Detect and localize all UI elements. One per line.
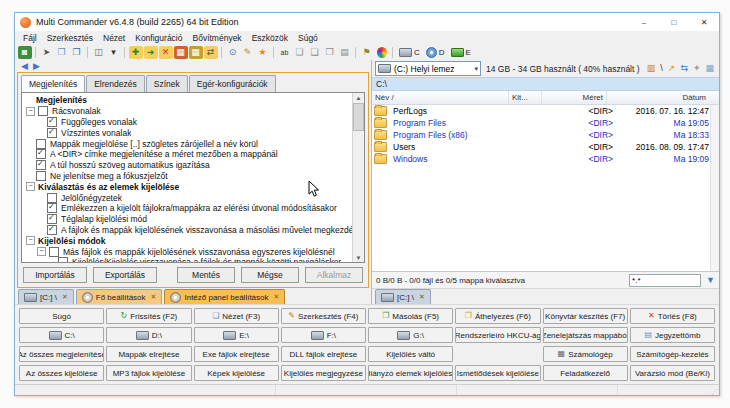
split-view-caret-icon[interactable]: ▾ [107,46,121,59]
checkbox[interactable] [36,160,46,170]
checkbox[interactable] [47,214,57,224]
tree-item[interactable]: −Kiválasztás és az elemek kijelölése [22,181,352,192]
tree-item[interactable]: Vízszintes vonalak [22,127,352,138]
column-header-name[interactable]: Név / [372,91,508,104]
menu-item-4[interactable]: Bővítmények [187,33,246,43]
command-button[interactable]: Varázsló mód (Be/Ki) [630,365,715,381]
checkbox[interactable] [38,106,48,116]
checkbox[interactable] [49,247,59,257]
tree-item[interactable]: −Kijelölési módok [22,235,352,246]
settings-tab-0[interactable]: Megjelenítés [21,75,85,92]
flag-icon[interactable]: ⚑ [360,46,374,59]
goto-folder-icon[interactable]: ➜ [144,46,158,59]
close-icon[interactable]: ✕ [151,293,157,301]
checkbox[interactable] [58,257,68,262]
command-button[interactable]: Ismétlődések kijelölése [455,365,540,381]
expander-icon[interactable]: − [26,182,35,191]
file-row[interactable]: Windows<DIR>Ma 19:09 [372,153,719,165]
scroll-thumb[interactable] [353,103,364,131]
delete-folder-icon[interactable]: ✕ [159,46,173,59]
command-button[interactable]: F:\ [281,327,366,343]
file-list-scrollbar[interactable] [710,105,719,271]
scroll-up-icon[interactable]: ▲ [356,93,362,102]
settings-tab-3[interactable]: Egér-konfigurációk [189,75,276,92]
filter-funnel-icon[interactable]: ▼ [706,275,715,285]
tree-item[interactable]: A <DIR> címke megjelenítése a méret mező… [22,149,352,160]
command-button[interactable]: D:\ [106,327,191,343]
view-mode-icon[interactable]: ▦ [705,64,714,73]
command-button[interactable]: Az összes megjelenítése [19,346,104,362]
expander-icon[interactable]: − [37,247,46,256]
command-button[interactable]: ❐Áthelyezés (F6) [455,308,540,324]
checkbox[interactable] [47,128,57,138]
parent-folder-icon[interactable]: ↗ [668,64,676,73]
copy-clipboard-alt-icon[interactable]: ❐ [70,46,84,59]
checkbox[interactable] [47,225,57,235]
cancel-button[interactable]: Mégse [241,267,299,283]
copy-name-icon[interactable]: ❒ [323,46,337,59]
scroll-down-icon[interactable]: ▼ [356,253,362,262]
column-header-kit[interactable]: Kit... [508,91,541,104]
command-button[interactable]: ❐Másolás (F5) [368,308,453,324]
command-button[interactable]: Zenelejátszás mappából [543,327,628,343]
command-button[interactable]: Képek kijelölése [194,365,279,381]
tree-item[interactable]: Jelölőnégyzetek [22,192,352,203]
command-button[interactable]: Könyvtár készítés (F7) [543,308,628,324]
menu-item-2[interactable]: Nézet [98,33,130,43]
close-icon[interactable]: ✕ [62,293,68,301]
checklist-icon[interactable]: ▤ [338,46,352,59]
nav-forward-icon[interactable]: ▶ [33,61,40,71]
drive-selector[interactable]: (C:) Helyi lemez ▾ [375,61,481,76]
command-button[interactable]: ❏Nézet (F3) [194,308,279,324]
tree-item[interactable]: −Rácsvonalak [22,106,352,117]
command-button[interactable]: ✕Törlés (F8) [630,308,715,324]
command-button[interactable]: Mappák elrejtése [106,346,191,362]
checkbox[interactable] [36,139,46,149]
command-button[interactable]: ▤Jegyzettömb [630,327,715,343]
toolbar-drive-c[interactable]: C [396,48,423,57]
settings-scrollbar[interactable]: ▲ ▼ [352,93,364,262]
command-button[interactable]: Az összes kijelölése [19,365,104,381]
checkbox[interactable] [47,193,57,203]
tree-item[interactable]: Ne jelenítse meg a fókuszjelzőt [22,171,352,182]
favorites-folder-icon[interactable]: ★ [256,46,270,59]
panel-tab-1[interactable]: Fő beállítások✕ [76,289,163,304]
command-button[interactable]: E:\ [194,327,279,343]
checkbox[interactable] [36,149,46,159]
menu-item-6[interactable]: Súgó [293,33,323,43]
file-row[interactable]: PerfLogs<DIR>2016. 07. 16. 12:47 [372,105,719,117]
command-button[interactable]: MP3 fájlok kijelölése [106,365,191,381]
command-button[interactable]: Súgó [19,308,104,324]
nav-back-icon[interactable]: ◀ [21,61,28,71]
tree-item[interactable]: Téglalap kijelölési mód [22,214,352,225]
toolbar-drive-e[interactable]: E [448,48,474,57]
command-button[interactable]: Hiányzó elemek kijelölése [368,365,453,381]
tree-item[interactable]: Függőleges vonalak [22,117,352,128]
pointer-tool-icon[interactable]: ➤ [40,46,54,59]
right-panel-tab[interactable]: [C:] \✕ [375,289,431,304]
expander-icon[interactable]: − [26,107,35,116]
column-header-size[interactable]: Méret [541,91,606,104]
menu-item-3[interactable]: Konfiguráció [130,33,187,43]
copy-path-icon[interactable]: ❏ [293,46,307,59]
pack-files-icon[interactable]: ▦ [174,46,188,59]
command-button[interactable]: C:\ [19,327,104,343]
file-row[interactable]: Program Files (x86)<DIR>Ma 18:33 [372,129,719,141]
expander-icon[interactable]: − [26,236,35,245]
menu-item-5[interactable]: Eszközök [247,33,293,43]
rename-icon[interactable]: ab [278,46,292,59]
paste-clipboard-icon[interactable]: ❑ [308,46,322,59]
command-button[interactable]: Kijelölés megjegyzése [281,365,366,381]
menu-item-0[interactable]: Fájl [18,33,42,43]
save-button[interactable]: Mentés [177,267,235,283]
maximize-button[interactable]: □ [659,13,689,31]
menu-item-1[interactable]: Szerkesztés [42,33,98,43]
close-icon[interactable]: ✕ [274,293,280,301]
checkbox[interactable] [36,171,46,181]
tree-item[interactable]: Mappák megjelölése [..] szögletes záróje… [22,138,352,149]
folder-compare-icon[interactable]: ⇄ [204,46,218,59]
command-button[interactable]: Feladatkezelő [543,365,628,381]
tree-item[interactable]: Emlékezzen a kijelölt fájlokra/mappákra … [22,203,352,214]
tree-item[interactable]: −Más fájlok és mappák kijelölésének viss… [22,246,352,257]
command-button[interactable]: Exe fájlok elrejtése [194,346,279,362]
